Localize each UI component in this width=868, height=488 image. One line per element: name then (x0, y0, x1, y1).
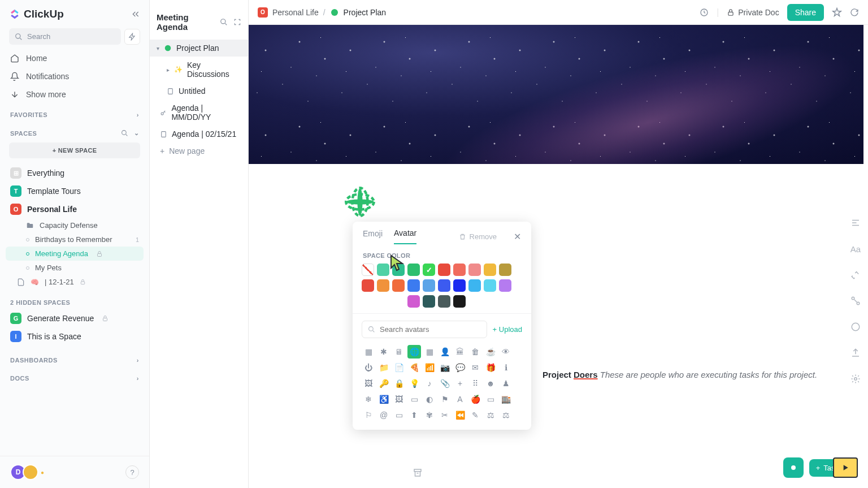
color-swatch[interactable] (453, 295, 466, 308)
avatar-icon[interactable]: ⚐ (362, 408, 375, 422)
avatar-icon[interactable]: 💡 (407, 377, 421, 390)
avatar-icon[interactable]: 📄 (392, 361, 406, 374)
new-space-button[interactable]: + NEW SPACE (9, 142, 140, 158)
avatar-icon[interactable]: ⏪ (453, 408, 467, 422)
space-everything[interactable]: ⊞ Everything (0, 164, 149, 182)
archive-tray-icon[interactable] (413, 468, 423, 478)
outline-agenda-dated[interactable]: Agenda | 02/15/21 (150, 126, 248, 142)
avatar-icon[interactable]: 🌐 (407, 345, 421, 359)
avatar-icon[interactable]: ♪ (423, 377, 436, 390)
list-capacity-defense[interactable]: Capacity Defense (0, 218, 149, 232)
avatar-icon[interactable]: + (453, 377, 467, 390)
list-birthdays[interactable]: Birthdays to Remember 1 (0, 232, 149, 247)
tab-emoji[interactable]: Emoji (363, 229, 383, 244)
avatar-icon[interactable]: 🔑 (377, 377, 390, 390)
docs-section[interactable]: DOCS › (0, 367, 149, 385)
breadcrumb-space[interactable]: Personal Life (272, 8, 319, 17)
color-swatch[interactable] (468, 264, 481, 276)
color-swatch[interactable] (484, 264, 496, 276)
avatar-icon[interactable]: ▭ (484, 392, 497, 406)
color-swatch[interactable] (438, 295, 450, 308)
doc-icon-globe[interactable] (345, 187, 375, 217)
avatar-icon[interactable]: ✂ (438, 408, 452, 422)
nav-notifications[interactable]: Notifications (0, 67, 149, 85)
color-swatch[interactable] (377, 279, 389, 292)
expand-icon[interactable] (233, 18, 241, 26)
color-swatch[interactable] (438, 279, 450, 292)
space-personal-life[interactable]: O Personal Life (0, 200, 149, 218)
avatar-icon[interactable]: 🏛 (453, 345, 467, 359)
avatar-icon[interactable]: ☻ (484, 377, 497, 390)
color-swatch[interactable] (423, 295, 435, 308)
color-swatch[interactable] (407, 264, 420, 276)
avatar-icon[interactable]: ⏻ (362, 361, 375, 374)
space-this-is-a-space[interactable]: I This is a Space (0, 327, 149, 346)
avatar-icon[interactable]: ✱ (377, 345, 390, 359)
outline-agenda-template[interactable]: Agenda | MM/DD/YY (150, 100, 248, 126)
space-generate-revenue[interactable]: G Generate Revenue (0, 309, 149, 327)
avatar-icon[interactable]: 🔒 (392, 377, 406, 390)
nav-home[interactable]: Home (0, 49, 149, 67)
avatar-icon[interactable]: ✾ (423, 408, 436, 422)
logo[interactable]: ClickUp (9, 8, 64, 20)
color-swatch[interactable] (377, 264, 389, 276)
color-swatch[interactable] (362, 279, 374, 292)
font-icon[interactable]: Aa (848, 241, 863, 257)
close-button[interactable]: ✕ (514, 231, 521, 242)
avatar-icon[interactable]: 🍎 (468, 392, 482, 406)
refresh-icon[interactable] (850, 8, 859, 17)
user-avatars[interactable]: D ● (10, 464, 44, 480)
color-swatch[interactable] (423, 279, 435, 292)
color-swatch[interactable] (423, 264, 435, 276)
list-my-pets[interactable]: My Pets (0, 261, 149, 275)
avatar-icon[interactable]: ▭ (407, 392, 421, 406)
avatar-search-input[interactable] (362, 321, 487, 338)
avatar-icon[interactable]: ☕ (484, 345, 497, 359)
avatar-icon[interactable]: 🖥 (392, 345, 406, 359)
color-swatch[interactable] (484, 279, 496, 292)
avatar-icon[interactable]: ♿ (377, 392, 390, 406)
collapse-sidebar-icon[interactable] (131, 10, 140, 19)
export-icon[interactable] (848, 345, 863, 361)
avatar-icon[interactable]: ⠿ (468, 377, 482, 390)
color-swatch[interactable] (392, 279, 405, 292)
color-swatch[interactable] (499, 264, 511, 276)
avatar-icon[interactable]: ♟ (499, 377, 513, 390)
avatar-icon[interactable]: ⚖ (499, 408, 513, 422)
history-icon[interactable] (700, 8, 709, 17)
play-button[interactable] (833, 457, 858, 478)
avatar-icon[interactable]: 👁 (499, 345, 513, 359)
record-button[interactable] (783, 457, 804, 478)
avatar-icon[interactable]: ✎ (468, 408, 482, 422)
color-swatch[interactable] (392, 264, 405, 276)
avatar-icon[interactable]: ▦ (362, 345, 375, 359)
doc-12-1-21[interactable]: 🧠 | 12-1-21 (0, 275, 149, 289)
color-swatch[interactable] (468, 279, 481, 292)
new-page-button[interactable]: + New page (150, 142, 248, 159)
magic-icon[interactable] (848, 267, 863, 283)
outline-project-plan[interactable]: ▾ Project Plan (150, 40, 248, 57)
remove-avatar-button[interactable]: Remove (459, 232, 497, 241)
privacy-toggle[interactable]: Private Doc (727, 8, 779, 17)
outline-untitled[interactable]: Untitled (150, 83, 248, 100)
color-swatch[interactable] (499, 279, 511, 292)
ai-button[interactable] (124, 29, 140, 45)
avatar-icon[interactable]: 🏬 (499, 392, 513, 406)
share-button[interactable]: Share (787, 4, 824, 21)
settings-icon[interactable] (848, 371, 863, 387)
color-swatch[interactable] (407, 279, 420, 292)
color-swatch[interactable] (453, 264, 466, 276)
search-icon[interactable] (121, 129, 128, 137)
doc-paragraph[interactable]: Project Doers These are people who are e… (542, 368, 817, 382)
avatar-search-field[interactable] (380, 325, 481, 334)
avatar-icon[interactable]: 📁 (377, 361, 390, 374)
list-meeting-agenda[interactable]: Meeting Agenda (6, 247, 144, 261)
avatar-icon[interactable]: 📶 (423, 361, 436, 374)
outline-icon[interactable] (848, 215, 863, 231)
avatar-icon[interactable]: ⬆ (407, 408, 421, 422)
outline-key-discussions[interactable]: ▸ ✨ Key Discussions (150, 57, 248, 83)
search-icon[interactable] (220, 18, 228, 26)
avatar-icon[interactable]: ❄ (362, 392, 375, 406)
star-icon[interactable] (832, 7, 842, 18)
avatar-icon[interactable]: 🎁 (484, 361, 497, 374)
